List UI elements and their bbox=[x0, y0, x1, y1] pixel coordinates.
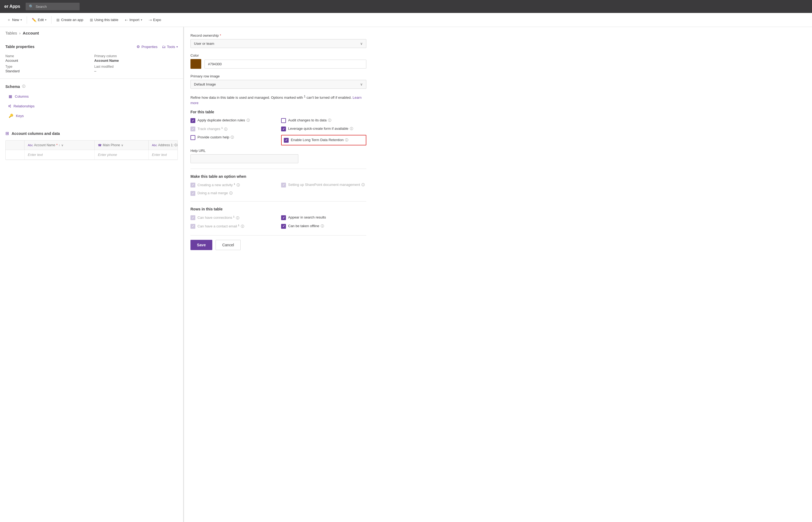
row-checkbox-cell bbox=[6, 150, 24, 159]
props-grid: Name Account Primary column Account Name… bbox=[5, 54, 178, 73]
search-bar[interactable]: 🔍 bbox=[26, 3, 80, 10]
header: er Apps 🔍 bbox=[0, 0, 812, 13]
chevron-down-icon: ∨ bbox=[360, 82, 363, 86]
doing-mail-merge-checkbox[interactable]: ✓ bbox=[190, 191, 195, 196]
color-row bbox=[190, 59, 366, 69]
table-icon: ⊞ bbox=[90, 18, 93, 22]
info-icon[interactable]: ⓘ bbox=[247, 118, 250, 122]
divider-1 bbox=[27, 16, 27, 24]
record-ownership-label: Record ownership * bbox=[190, 34, 366, 38]
option-leverage-quick: ✓ Leverage quick-create form if availabl… bbox=[281, 126, 366, 132]
for-this-table-header: For this table bbox=[190, 110, 366, 114]
table-row: Enter text Enter phone Enter text bbox=[6, 150, 178, 160]
info-icon[interactable]: ⓘ bbox=[236, 216, 239, 220]
track-changes-checkbox[interactable]: ✓ bbox=[190, 126, 195, 132]
primary-row-image-label: Primary row image bbox=[190, 74, 366, 78]
table-props-header: Table properties ⚙ Properties 🗂 Tools ▾ bbox=[5, 44, 178, 49]
table-props-title: Table properties bbox=[5, 44, 35, 49]
rows-header: Rows in this table bbox=[190, 207, 366, 211]
account-table-header: Abc Account Name * ↑ ∨ ☎ Main Phone ∨ Ab… bbox=[6, 141, 178, 150]
apply-duplicate-checkbox[interactable]: ✓ bbox=[190, 118, 195, 123]
export-icon: ⇢ bbox=[149, 18, 152, 22]
make-option-header: Make this table an option when bbox=[190, 174, 366, 179]
for-this-table-options: ✓ Apply duplicate detection rules ⓘ Audi… bbox=[190, 118, 366, 145]
info-icon[interactable]: ⓘ bbox=[345, 138, 348, 142]
table-properties-section: Table properties ⚙ Properties 🗂 Tools ▾ … bbox=[0, 39, 183, 79]
can-have-connections-checkbox[interactable]: ✓ bbox=[190, 215, 195, 220]
schema-relationships-item[interactable]: ⑆ Relationships bbox=[5, 102, 178, 111]
color-hex-input[interactable] bbox=[204, 60, 366, 68]
help-url-label: Help URL bbox=[190, 149, 366, 153]
primary-row-image-select[interactable]: Default Image ∨ bbox=[190, 80, 366, 89]
info-icon[interactable]: ⓘ bbox=[321, 224, 324, 228]
info-icon[interactable]: ⓘ bbox=[224, 127, 227, 131]
help-url-input[interactable] bbox=[190, 154, 298, 163]
new-button[interactable]: ＋ New ▾ bbox=[4, 16, 24, 24]
col-header-main-phone[interactable]: ☎ Main Phone ∨ bbox=[95, 141, 149, 150]
breadcrumb: Tables › Account bbox=[0, 27, 183, 39]
required-star: * bbox=[220, 34, 221, 38]
make-option-options: ✓ Creating a new activity 1 ⓘ ✓ Setting … bbox=[190, 182, 366, 196]
plus-icon: ＋ bbox=[7, 18, 11, 22]
account-name-cell[interactable]: Enter text bbox=[24, 150, 95, 159]
color-field: Color bbox=[190, 54, 366, 69]
using-table-button[interactable]: ⊞ Using this table bbox=[87, 16, 121, 24]
info-icon[interactable]: ⓘ bbox=[350, 127, 353, 130]
keys-icon: 🔑 bbox=[8, 114, 13, 118]
tools-icon: 🗂 bbox=[162, 44, 166, 49]
can-be-taken-offline-checkbox[interactable]: ✓ bbox=[281, 224, 286, 229]
export-button[interactable]: ⇢ Expo bbox=[146, 16, 164, 24]
enable-long-term-checkbox[interactable]: ✓ bbox=[284, 138, 289, 143]
divider-2 bbox=[190, 201, 366, 202]
tools-button[interactable]: 🗂 Tools ▾ bbox=[162, 44, 178, 49]
can-have-contact-email-checkbox[interactable]: ✓ bbox=[190, 224, 195, 229]
right-panel: Record ownership * User or team ∨ Color … bbox=[183, 27, 812, 522]
gear-icon: ⚙ bbox=[137, 44, 140, 49]
col-header-address[interactable]: Abc Address 1: Ci bbox=[149, 141, 178, 150]
table-section-icon: ⊞ bbox=[5, 131, 9, 136]
info-icon[interactable]: ⓘ bbox=[241, 224, 244, 228]
chevron-down-icon[interactable]: ∨ bbox=[61, 143, 63, 147]
search-input[interactable] bbox=[36, 5, 76, 8]
schema-keys-item[interactable]: 🔑 Keys bbox=[5, 112, 178, 120]
setting-sharepoint-checkbox[interactable]: ✓ bbox=[281, 183, 286, 187]
name-prop: Name Account bbox=[5, 54, 89, 63]
record-ownership-field: Record ownership * User or team ∨ bbox=[190, 34, 366, 48]
type-prop: Type Standard bbox=[5, 65, 89, 73]
color-swatch[interactable] bbox=[190, 59, 201, 69]
edit-button[interactable]: ✏️ Edit ▾ bbox=[29, 16, 49, 24]
create-app-button[interactable]: ⊞ Create an app bbox=[54, 16, 86, 24]
import-icon: ⇠ bbox=[125, 18, 128, 22]
address-cell[interactable]: Enter text bbox=[149, 150, 178, 159]
info-icon[interactable]: ⓘ bbox=[231, 136, 234, 139]
props-actions: ⚙ Properties 🗂 Tools ▾ bbox=[137, 44, 178, 49]
col-header-account-name[interactable]: Abc Account Name * ↑ ∨ bbox=[24, 141, 95, 150]
audit-changes-checkbox[interactable] bbox=[281, 118, 286, 123]
creating-activity-checkbox[interactable]: ✓ bbox=[190, 183, 195, 187]
record-ownership-select[interactable]: User or team ∨ bbox=[190, 39, 366, 48]
color-label: Color bbox=[190, 54, 366, 58]
leverage-quick-checkbox[interactable]: ✓ bbox=[281, 126, 286, 132]
cancel-button[interactable]: Cancel bbox=[216, 240, 241, 250]
account-columns-section: ⊞ Account columns and data Abc Account N… bbox=[0, 125, 183, 165]
appear-in-search-checkbox[interactable]: ✓ bbox=[281, 215, 286, 220]
main-phone-cell[interactable]: Enter phone bbox=[95, 150, 149, 159]
primary-column-prop: Primary column Account Name bbox=[95, 54, 178, 63]
option-appear-in-search: ✓ Appear in search results bbox=[281, 215, 366, 220]
info-icon[interactable]: ⓘ bbox=[237, 183, 240, 187]
search-icon: 🔍 bbox=[29, 4, 34, 8]
option-audit-changes: Audit changes to its data ⓘ bbox=[281, 118, 366, 123]
import-button[interactable]: ⇠ Import ▾ bbox=[122, 16, 145, 24]
chevron-down-icon[interactable]: ∨ bbox=[121, 143, 123, 147]
breadcrumb-parent[interactable]: Tables bbox=[5, 31, 17, 35]
save-button[interactable]: Save bbox=[190, 240, 212, 250]
option-doing-mail-merge: ✓ Doing a mail merge ⓘ bbox=[190, 191, 276, 196]
info-icon[interactable]: ⓘ bbox=[328, 118, 331, 122]
sort-up-icon[interactable]: ↑ bbox=[59, 143, 60, 147]
provide-custom-help-checkbox[interactable] bbox=[190, 135, 195, 140]
chevron-icon: ▾ bbox=[45, 18, 46, 21]
properties-button[interactable]: ⚙ Properties bbox=[137, 44, 157, 49]
info-icon[interactable]: ⓘ bbox=[362, 183, 365, 187]
schema-columns-item[interactable]: ▦ Columns bbox=[5, 92, 178, 101]
info-icon[interactable]: ⓘ bbox=[229, 191, 232, 195]
